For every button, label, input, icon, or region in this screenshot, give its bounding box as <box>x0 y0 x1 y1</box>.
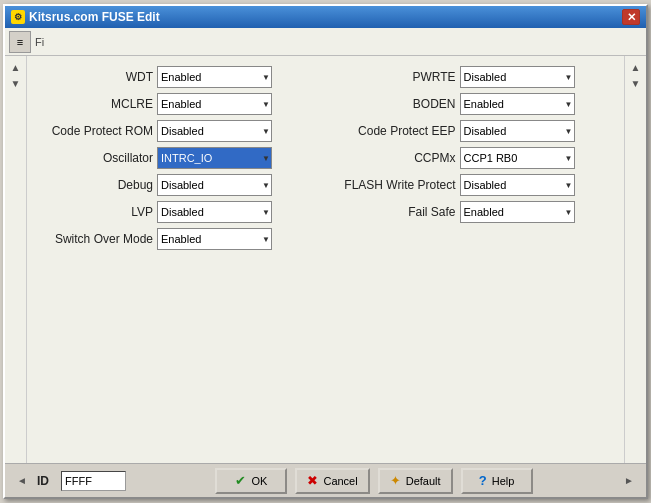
id-label: ID <box>37 474 49 488</box>
code-protect-rom-label: Code Protect ROM <box>43 124 153 138</box>
debug-row: Debug Disabled Enabled <box>43 174 316 196</box>
id-input[interactable] <box>61 471 126 491</box>
oscillator-label: Oscillator <box>43 151 153 165</box>
window-title: Kitsrus.com FUSE Edit <box>29 10 160 24</box>
help-button[interactable]: ? Help <box>461 468 533 494</box>
center-area: WDT Enabled Disabled MCLRE <box>27 56 624 463</box>
main-window: ⚙ Kitsrus.com FUSE Edit ✕ ≡ Fi ▲ ▼ WDT <box>3 4 648 499</box>
mclre-row: MCLRE Enabled Disabled <box>43 93 316 115</box>
wdt-select-wrapper: Enabled Disabled <box>157 66 272 88</box>
debug-select[interactable]: Disabled Enabled <box>157 174 272 196</box>
menu-icon: ≡ <box>17 36 23 48</box>
ok-icon: ✔ <box>235 473 246 488</box>
left-sidebar-up-arrow[interactable]: ▲ <box>9 60 23 74</box>
switch-over-mode-label: Switch Over Mode <box>43 232 153 246</box>
boden-select-wrapper: Enabled Disabled <box>460 93 575 115</box>
boden-select[interactable]: Enabled Disabled <box>460 93 575 115</box>
pwrte-label: PWRTE <box>336 70 456 84</box>
lvp-label: LVP <box>43 205 153 219</box>
mclre-select[interactable]: Enabled Disabled <box>157 93 272 115</box>
code-protect-eep-select[interactable]: Disabled Enabled <box>460 120 575 142</box>
code-protect-eep-row: Code Protect EEP Disabled Enabled <box>336 120 609 142</box>
toolbar-menu-icon[interactable]: ≡ <box>9 31 31 53</box>
ok-label: OK <box>251 475 267 487</box>
code-protect-rom-row: Code Protect ROM Disabled Enabled <box>43 120 316 142</box>
switch-over-mode-select[interactable]: Enabled Disabled <box>157 228 272 250</box>
default-label: Default <box>406 475 441 487</box>
cancel-label: Cancel <box>323 475 357 487</box>
ccpmx-select-wrapper: CCP1 RB0 CCP1 RC2 <box>460 147 575 169</box>
boden-label: BODEN <box>336 97 456 111</box>
form-grid: WDT Enabled Disabled MCLRE <box>43 66 608 453</box>
footer-buttons: ✔ OK ✖ Cancel ✦ Default ? Help <box>134 468 614 494</box>
footer-left-arrow[interactable]: ◄ <box>15 474 29 488</box>
fail-safe-label: Fail Safe <box>336 205 456 219</box>
footer-row: ◄ ID ✔ OK ✖ Cancel ✦ Default ? Help ► <box>5 463 646 497</box>
debug-select-wrapper: Disabled Enabled <box>157 174 272 196</box>
flash-write-protect-select[interactable]: Disabled Enabled <box>460 174 575 196</box>
help-icon: ? <box>479 473 487 488</box>
flash-write-protect-label: FLASH Write Protect <box>336 178 456 192</box>
ccpmx-label: CCPMx <box>336 151 456 165</box>
close-button[interactable]: ✕ <box>622 9 640 25</box>
code-protect-rom-select-wrapper: Disabled Enabled <box>157 120 272 142</box>
debug-label: Debug <box>43 178 153 192</box>
ccpmx-select[interactable]: CCP1 RB0 CCP1 RC2 <box>460 147 575 169</box>
oscillator-row: Oscillator INTRC_IO INTRC EXTRC HS <box>43 147 316 169</box>
fail-safe-select-wrapper: Enabled Disabled <box>460 201 575 223</box>
flash-write-protect-select-wrapper: Disabled Enabled <box>460 174 575 196</box>
right-sidebar-up-arrow[interactable]: ▲ <box>629 60 643 74</box>
left-sidebar-down-arrow[interactable]: ▼ <box>9 76 23 90</box>
pwrte-select[interactable]: Disabled Enabled <box>460 66 575 88</box>
lvp-select[interactable]: Disabled Enabled <box>157 201 272 223</box>
right-sidebar-down-arrow[interactable]: ▼ <box>629 76 643 90</box>
code-protect-eep-select-wrapper: Disabled Enabled <box>460 120 575 142</box>
oscillator-select[interactable]: INTRC_IO INTRC EXTRC HS <box>157 147 272 169</box>
footer-right-arrow[interactable]: ► <box>622 474 636 488</box>
left-sidebar: ▲ ▼ <box>5 56 27 463</box>
help-label: Help <box>492 475 515 487</box>
title-bar: ⚙ Kitsrus.com FUSE Edit ✕ <box>5 6 646 28</box>
ok-button[interactable]: ✔ OK <box>215 468 287 494</box>
flash-write-protect-row: FLASH Write Protect Disabled Enabled <box>336 174 609 196</box>
oscillator-select-wrapper: INTRC_IO INTRC EXTRC HS <box>157 147 272 169</box>
switch-over-mode-select-wrapper: Enabled Disabled <box>157 228 272 250</box>
left-column: WDT Enabled Disabled MCLRE <box>43 66 316 453</box>
cancel-button[interactable]: ✖ Cancel <box>295 468 369 494</box>
window-icon: ⚙ <box>11 10 25 24</box>
wdt-label: WDT <box>43 70 153 84</box>
wdt-select[interactable]: Enabled Disabled <box>157 66 272 88</box>
right-sidebar: ▲ ▼ <box>624 56 646 463</box>
main-content: ▲ ▼ WDT Enabled Disabled <box>5 56 646 463</box>
boden-row: BODEN Enabled Disabled <box>336 93 609 115</box>
pwrte-row: PWRTE Disabled Enabled <box>336 66 609 88</box>
lvp-row: LVP Disabled Enabled <box>43 201 316 223</box>
cancel-icon: ✖ <box>307 473 318 488</box>
code-protect-eep-label: Code Protect EEP <box>336 124 456 138</box>
lvp-select-wrapper: Disabled Enabled <box>157 201 272 223</box>
toolbar-file-label: Fi <box>35 36 44 48</box>
toolbar-strip: ≡ Fi <box>5 28 646 56</box>
code-protect-rom-select[interactable]: Disabled Enabled <box>157 120 272 142</box>
default-icon: ✦ <box>390 473 401 488</box>
pwrte-select-wrapper: Disabled Enabled <box>460 66 575 88</box>
ccpmx-row: CCPMx CCP1 RB0 CCP1 RC2 <box>336 147 609 169</box>
wdt-row: WDT Enabled Disabled <box>43 66 316 88</box>
right-column: PWRTE Disabled Enabled BODEN <box>336 66 609 453</box>
title-bar-left: ⚙ Kitsrus.com FUSE Edit <box>11 10 160 24</box>
fail-safe-select[interactable]: Enabled Disabled <box>460 201 575 223</box>
default-button[interactable]: ✦ Default <box>378 468 453 494</box>
fail-safe-row: Fail Safe Enabled Disabled <box>336 201 609 223</box>
mclre-select-wrapper: Enabled Disabled <box>157 93 272 115</box>
mclre-label: MCLRE <box>43 97 153 111</box>
switch-over-mode-row: Switch Over Mode Enabled Disabled <box>43 228 316 250</box>
